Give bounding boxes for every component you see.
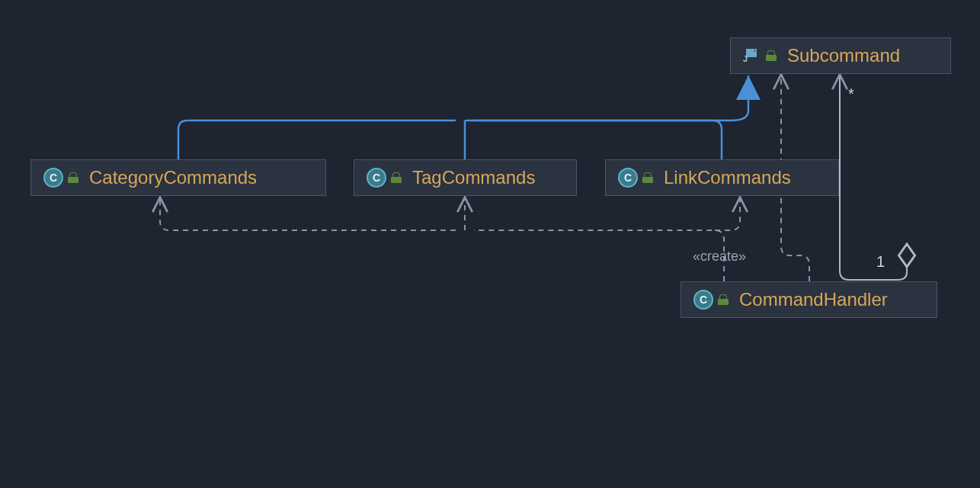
node-link-commands[interactable]: C LinkCommands xyxy=(605,159,839,196)
lock-icon xyxy=(68,172,78,183)
edge-handler-aggregates-subcommand xyxy=(840,75,907,280)
edge-handler-creates-link xyxy=(715,198,740,230)
class-icon: C xyxy=(43,168,63,188)
edge-link-realizes-subcommand xyxy=(474,120,722,159)
node-icons: C xyxy=(43,168,78,188)
multiplicity-one: 1 xyxy=(876,253,885,271)
lock-icon xyxy=(642,172,653,183)
lock-icon xyxy=(391,172,402,183)
node-label: TagCommands xyxy=(412,167,535,188)
node-category-commands[interactable]: C CategoryCommands xyxy=(30,159,326,196)
node-label: CommandHandler xyxy=(739,289,888,310)
java-file-icon: J xyxy=(743,49,760,63)
stereotype-create: «create» xyxy=(693,249,746,265)
node-command-handler[interactable]: C CommandHandler xyxy=(681,281,937,318)
node-icons: C xyxy=(693,290,729,310)
lock-icon xyxy=(718,294,729,305)
node-subcommand[interactable]: J Subcommand xyxy=(730,37,951,74)
node-icons: C xyxy=(618,168,653,188)
node-tag-commands[interactable]: C TagCommands xyxy=(354,159,577,196)
node-icons: C xyxy=(367,168,402,188)
node-icons: J xyxy=(743,49,777,63)
edge-handler-create-bus-drop xyxy=(474,230,724,281)
class-icon: C xyxy=(693,290,713,310)
node-label: CategoryCommands xyxy=(89,167,257,188)
edge-bus-to-subcommand xyxy=(465,75,748,120)
node-label: LinkCommands xyxy=(664,167,791,188)
edge-category-realizes-subcommand xyxy=(178,120,456,159)
node-label: Subcommand xyxy=(787,45,900,66)
class-icon: C xyxy=(618,168,638,188)
diagram-canvas: J Subcommand C CategoryCommands C TagCom… xyxy=(0,0,980,488)
lock-icon xyxy=(766,50,777,61)
edge-handler-creates-category xyxy=(160,198,456,230)
class-icon: C xyxy=(367,168,386,188)
multiplicity-star: * xyxy=(848,85,854,103)
